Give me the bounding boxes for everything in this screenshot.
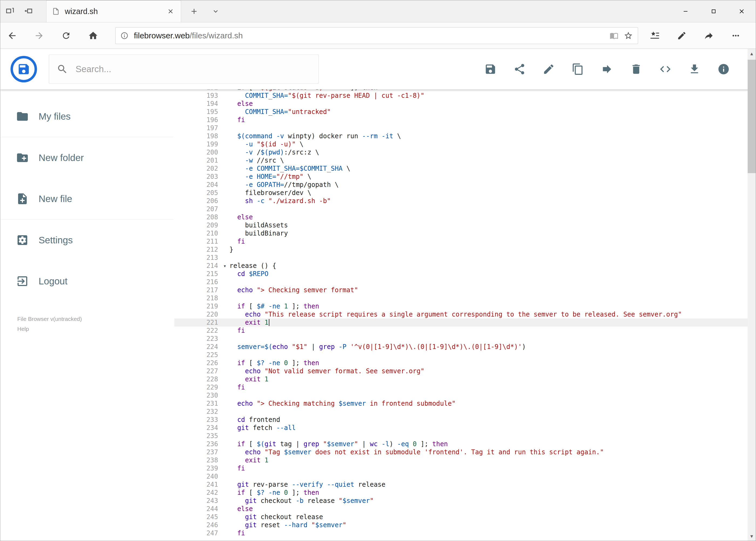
code-line-199[interactable]: 199 -u "$(id -u)" \ bbox=[174, 140, 756, 148]
code-line-227[interactable]: 227 echo "Not valid semver format. See s… bbox=[174, 367, 756, 375]
info-button[interactable] bbox=[717, 63, 730, 75]
app-logo[interactable] bbox=[11, 56, 37, 82]
code-line-214[interactable]: 214▾release () { bbox=[174, 262, 756, 270]
code-line-242[interactable]: 242 if [ $? -ne 0 ]; then bbox=[174, 489, 756, 497]
code-line-205[interactable]: 205 filebrowser/dev \ bbox=[174, 189, 756, 197]
code-line-195[interactable]: 195 COMMIT_SHA="untracked" bbox=[174, 108, 756, 116]
move-button[interactable] bbox=[601, 63, 613, 75]
edit-button[interactable] bbox=[543, 63, 555, 75]
code-line-207[interactable]: 207 bbox=[174, 205, 756, 213]
web-note-button[interactable] bbox=[676, 30, 688, 42]
back-button[interactable] bbox=[5, 28, 20, 43]
code-line-194[interactable]: 194 else bbox=[174, 100, 756, 108]
tab-close-button[interactable] bbox=[166, 6, 175, 16]
code-line-193[interactable]: 193 COMMIT_SHA="$(git rev-parse HEAD | c… bbox=[174, 92, 756, 100]
code-line-201[interactable]: 201 -w //src \ bbox=[174, 156, 756, 165]
code-line-218[interactable]: 218 bbox=[174, 294, 756, 302]
save-button[interactable] bbox=[484, 63, 497, 75]
code-line-197[interactable]: 197 bbox=[174, 124, 756, 132]
code-line-246[interactable]: 246 git reset --hard "$semver" bbox=[174, 521, 756, 529]
sidebar-item-logout[interactable]: Logout bbox=[0, 261, 174, 302]
code-line-235[interactable]: 235 bbox=[174, 432, 756, 440]
forward-button[interactable] bbox=[32, 28, 47, 43]
url-bar[interactable]: filebrowser.web/files/wizard.sh bbox=[115, 27, 638, 44]
code-line-223[interactable]: 223 bbox=[174, 335, 756, 343]
code-line-213[interactable]: 213 bbox=[174, 254, 756, 262]
scroll-down-button[interactable]: ▼ bbox=[748, 532, 756, 541]
code-line-236[interactable]: 236 if [ $(git tag | grep "$semver" | wc… bbox=[174, 440, 756, 448]
code-line-229[interactable]: 229 fi bbox=[174, 383, 756, 391]
code-line-221[interactable]: 221 exit 1 bbox=[174, 318, 756, 326]
code-line-230[interactable]: 230 bbox=[174, 391, 756, 399]
site-info-button[interactable] bbox=[121, 32, 128, 40]
code-line-217[interactable]: 217 echo "> Checking semver format" bbox=[174, 286, 756, 294]
code-line-245[interactable]: 245 git checkout release bbox=[174, 513, 756, 521]
tab-preview-toggle-button[interactable] bbox=[210, 0, 222, 22]
delete-button[interactable] bbox=[630, 63, 642, 75]
code-line-209[interactable]: 209 buildAssets bbox=[174, 221, 756, 229]
code-line-198[interactable]: 198 $(command -v winpty) docker run --rm… bbox=[174, 132, 756, 140]
page-scrollbar[interactable]: ▲ ▼ bbox=[748, 49, 756, 541]
code-line-192[interactable]: 192 if [ "$(git status -s)" = "" ]; then bbox=[174, 89, 756, 92]
code-line-215[interactable]: 215 cd $REPO bbox=[174, 270, 756, 278]
scroll-thumb[interactable] bbox=[748, 60, 756, 173]
code-line-239[interactable]: 239 fi bbox=[174, 464, 756, 472]
code-line-234[interactable]: 234 git fetch --all bbox=[174, 424, 756, 432]
code-line-208[interactable]: 208 else bbox=[174, 213, 756, 221]
tabs-aside-button[interactable] bbox=[4, 5, 16, 17]
code-line-225[interactable]: 225 bbox=[174, 351, 756, 359]
code-line-228[interactable]: 228 exit 1 bbox=[174, 375, 756, 383]
favorites-hub-button[interactable] bbox=[649, 30, 661, 42]
code-line-212[interactable]: 212} bbox=[174, 246, 756, 254]
code-line-216[interactable]: 216 bbox=[174, 278, 756, 286]
code-line-203[interactable]: 203 -e HOME="//tmp" \ bbox=[174, 173, 756, 181]
code-line-240[interactable]: 240 bbox=[174, 472, 756, 480]
refresh-button[interactable] bbox=[59, 28, 74, 43]
copy-button[interactable] bbox=[572, 63, 584, 75]
reading-view-button[interactable] bbox=[610, 31, 619, 40]
favorite-button[interactable] bbox=[624, 31, 633, 40]
code-line-202[interactable]: 202 -e COMMIT_SHA=$COMMIT_SHA \ bbox=[174, 165, 756, 173]
code-line-206[interactable]: 206 sh -c "./wizard.sh -b" bbox=[174, 197, 756, 205]
sidebar-item-my-files[interactable]: My files bbox=[0, 96, 174, 137]
code-editor[interactable]: 192 if [ "$(git status -s)" = "" ]; then… bbox=[174, 89, 756, 541]
window-minimize-button[interactable] bbox=[671, 0, 700, 22]
code-line-231[interactable]: 231 echo "> Checking matching $semver in… bbox=[174, 399, 756, 407]
browser-tab[interactable]: wizard.sh bbox=[46, 0, 181, 22]
code-line-238[interactable]: 238 exit 1 bbox=[174, 456, 756, 464]
scroll-up-button[interactable]: ▲ bbox=[748, 49, 756, 58]
code-line-243[interactable]: 243 git checkout -b release "$semver" bbox=[174, 497, 756, 505]
code-line-247[interactable]: 247 fi bbox=[174, 529, 756, 537]
code-line-196[interactable]: 196 fi bbox=[174, 116, 756, 124]
sidebar-item-settings[interactable]: Settings bbox=[0, 220, 174, 261]
browser-menu-button[interactable] bbox=[730, 30, 742, 42]
sidebar-item-new-folder[interactable]: New folder bbox=[0, 137, 174, 178]
search-bar[interactable] bbox=[49, 55, 319, 84]
new-tab-button[interactable] bbox=[188, 0, 200, 22]
code-line-226[interactable]: 226 if [ $? -ne 0 ]; then bbox=[174, 359, 756, 367]
search-input[interactable] bbox=[76, 64, 311, 74]
download-button[interactable] bbox=[688, 63, 701, 75]
code-line-210[interactable]: 210 buildBinary bbox=[174, 229, 756, 238]
code-line-232[interactable]: 232 bbox=[174, 407, 756, 416]
sidebar-item-new-file[interactable]: New file bbox=[0, 178, 174, 219]
fold-marker-icon[interactable]: ▾ bbox=[220, 262, 229, 270]
tab-preview-button[interactable] bbox=[22, 5, 34, 17]
window-maximize-button[interactable] bbox=[700, 0, 728, 22]
code-line-237[interactable]: 237 echo "Tag $semver does not exist in … bbox=[174, 448, 756, 456]
code-line-233[interactable]: 233 cd frontend bbox=[174, 416, 756, 424]
code-line-224[interactable]: 224 semver=$(echo "$1" | grep -P '^v(0|[… bbox=[174, 343, 756, 351]
window-close-button[interactable] bbox=[728, 0, 756, 22]
home-button[interactable] bbox=[86, 28, 101, 43]
code-line-219[interactable]: 219 if [ $# -ne 1 ]; then bbox=[174, 302, 756, 310]
code-line-211[interactable]: 211 fi bbox=[174, 238, 756, 246]
code-line-241[interactable]: 241 git rev-parse --verify --quiet relea… bbox=[174, 480, 756, 489]
code-line-244[interactable]: 244 else bbox=[174, 505, 756, 513]
source-button[interactable] bbox=[659, 63, 671, 75]
code-line-222[interactable]: 222 fi bbox=[174, 326, 756, 335]
code-line-204[interactable]: 204 -e GOPATH=//tmp/gopath \ bbox=[174, 181, 756, 189]
help-link[interactable]: Help bbox=[17, 324, 29, 334]
code-line-200[interactable]: 200 -v /$(pwd):/src:z \ bbox=[174, 148, 756, 156]
share-page-button[interactable] bbox=[703, 30, 715, 42]
share-button[interactable] bbox=[513, 63, 526, 75]
